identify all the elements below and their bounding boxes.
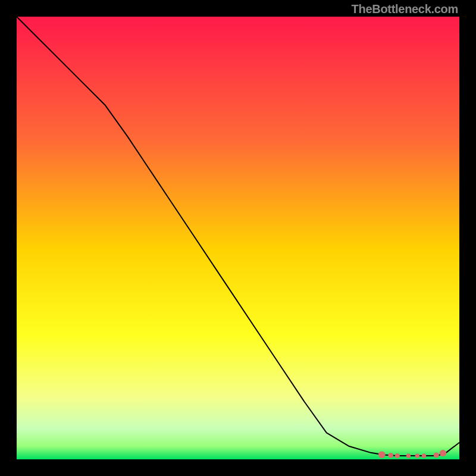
marker-dot [415,453,419,458]
plot-area [17,17,459,459]
curve-path [17,17,459,456]
marker-dot [440,450,446,456]
marker-dot [434,452,439,458]
watermark-text: TheBottleneck.com [352,2,458,16]
line-series [17,17,459,456]
marker-dot [378,451,386,458]
marker-dot [388,453,393,458]
chart-overlay [17,17,459,459]
marker-dot [406,453,411,458]
marker-dot [395,453,400,458]
chart-container: TheBottleneck.com [0,0,476,476]
marker-series [378,450,446,458]
marker-dot [422,453,426,458]
